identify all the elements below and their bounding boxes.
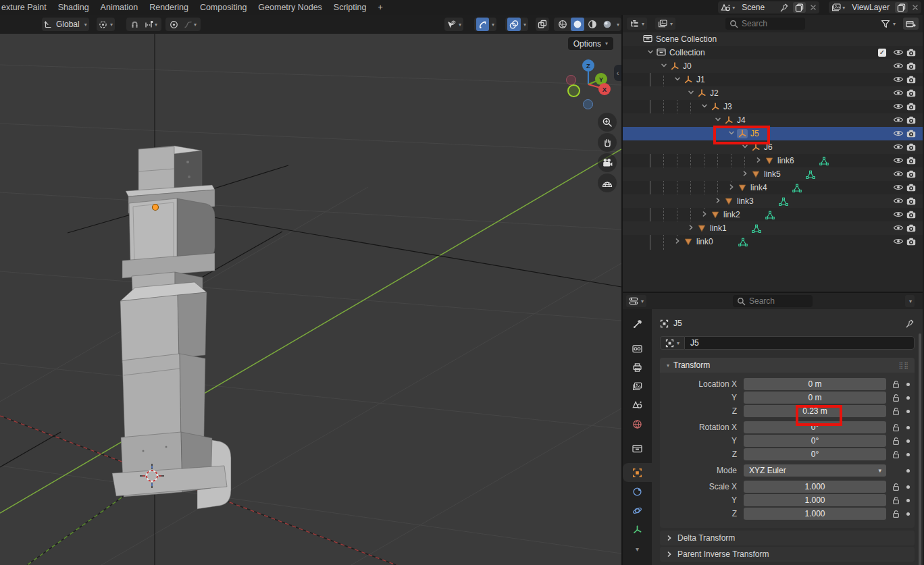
collection-checkbox[interactable]: ✓ bbox=[878, 49, 886, 57]
new-view-layer-button[interactable] bbox=[895, 2, 908, 13]
filter-dropdown[interactable]: ▾ bbox=[878, 18, 898, 30]
outliner-row-link1[interactable]: link1 bbox=[623, 221, 923, 235]
eye-icon[interactable] bbox=[893, 62, 904, 70]
animate-decorator[interactable] bbox=[904, 426, 912, 429]
shading-material-button[interactable] bbox=[586, 18, 599, 31]
eye-icon[interactable] bbox=[893, 49, 904, 56]
xray-toggle[interactable] bbox=[536, 18, 549, 31]
outliner-row-j1[interactable]: J1 bbox=[623, 73, 923, 86]
chevron-down-icon[interactable] bbox=[700, 103, 709, 109]
view-layer-selector[interactable]: ▾ ViewLayer bbox=[829, 1, 921, 14]
viewport-canvas[interactable]: Options ▾ ‹ Z Y X bbox=[0, 34, 621, 565]
lock-open-icon[interactable] bbox=[891, 423, 900, 432]
chevron-right-icon[interactable] bbox=[714, 197, 722, 204]
properties-tab-output[interactable] bbox=[623, 358, 652, 377]
gizmo-x-axis[interactable]: X bbox=[598, 83, 611, 95]
eye-icon[interactable] bbox=[893, 224, 904, 232]
outliner-row-j4[interactable]: J4 bbox=[623, 113, 923, 127]
value-field[interactable]: 0° bbox=[744, 435, 886, 447]
camera-icon[interactable] bbox=[906, 211, 916, 219]
drag-handle-icon[interactable]: ⣿⣿ bbox=[899, 362, 909, 369]
eye-icon[interactable] bbox=[893, 157, 904, 164]
properties-tab-world[interactable] bbox=[623, 414, 652, 433]
camera-icon[interactable] bbox=[906, 157, 916, 165]
eye-icon[interactable] bbox=[893, 76, 904, 83]
animate-decorator[interactable] bbox=[904, 383, 912, 386]
outliner-row-collection[interactable]: Collection✓ bbox=[623, 46, 923, 59]
close-icon[interactable] bbox=[810, 4, 817, 11]
snap-toggle[interactable] bbox=[128, 18, 141, 31]
animate-decorator[interactable] bbox=[904, 410, 912, 413]
outliner-row-j5[interactable]: J5 bbox=[623, 127, 923, 140]
shading-solid-button[interactable] bbox=[571, 18, 584, 31]
new-scene-button[interactable] bbox=[793, 2, 806, 13]
chevron-down-icon[interactable] bbox=[660, 62, 668, 69]
workspace-tab-scripting[interactable]: Scripting bbox=[334, 3, 367, 12]
gizmo-z-axis[interactable]: Z bbox=[582, 59, 594, 72]
camera-icon[interactable] bbox=[906, 184, 916, 192]
object-name-field[interactable]: J5 bbox=[684, 336, 915, 350]
lock-open-icon[interactable] bbox=[891, 380, 900, 389]
properties-tab-physics[interactable] bbox=[623, 501, 652, 520]
scene-selector[interactable]: ▾ Scene bbox=[718, 1, 819, 14]
eye-icon[interactable] bbox=[893, 197, 904, 205]
eye-icon[interactable] bbox=[893, 238, 904, 245]
lock-open-icon[interactable] bbox=[891, 407, 900, 416]
animate-decorator[interactable] bbox=[904, 512, 912, 516]
eye-icon[interactable] bbox=[893, 211, 904, 218]
rotation-mode-dropdown[interactable]: XYZ Euler▾ bbox=[744, 464, 886, 477]
chevron-down-icon[interactable] bbox=[646, 49, 654, 55]
eye-icon[interactable] bbox=[893, 103, 904, 110]
workspace-tab-geometry-nodes[interactable]: Geometry Nodes bbox=[258, 3, 322, 12]
chevron-down-icon[interactable] bbox=[673, 76, 682, 82]
chevron-right-icon[interactable] bbox=[754, 157, 763, 163]
shading-wireframe-button[interactable] bbox=[556, 18, 569, 31]
camera-icon[interactable] bbox=[906, 89, 916, 97]
properties-tab-object-data[interactable] bbox=[623, 520, 652, 539]
animate-decorator[interactable] bbox=[904, 439, 912, 443]
properties-search-input[interactable]: Search bbox=[733, 295, 813, 307]
camera-view-button[interactable] bbox=[598, 153, 617, 172]
camera-icon[interactable] bbox=[906, 224, 916, 232]
pin-icon[interactable] bbox=[905, 319, 915, 328]
value-field[interactable]: 1.000 bbox=[744, 508, 886, 520]
lock-open-icon[interactable] bbox=[891, 450, 900, 459]
selected-object-origin-dot[interactable] bbox=[153, 205, 159, 211]
zoom-button[interactable] bbox=[598, 113, 617, 132]
chevron-right-icon[interactable] bbox=[687, 224, 695, 231]
properties-tab-collection[interactable] bbox=[623, 439, 652, 458]
lock-open-icon[interactable] bbox=[891, 394, 900, 402]
object-id-dropdown[interactable]: ▾ bbox=[660, 336, 684, 350]
camera-icon[interactable] bbox=[906, 130, 916, 138]
animate-decorator[interactable] bbox=[904, 499, 912, 502]
properties-tab-scene[interactable] bbox=[623, 396, 652, 414]
properties-tab-tool[interactable] bbox=[623, 315, 652, 333]
camera-icon[interactable] bbox=[906, 170, 916, 178]
lock-open-icon[interactable] bbox=[891, 483, 900, 491]
scene-name[interactable]: Scene bbox=[738, 3, 777, 12]
properties-options-dropdown[interactable]: ▾ bbox=[905, 295, 915, 307]
value-field[interactable]: 0 m bbox=[744, 378, 886, 390]
navigation-gizmo[interactable]: Z Y X bbox=[554, 57, 621, 115]
outliner-row-link3[interactable]: link3 bbox=[623, 194, 923, 208]
animate-decorator[interactable] bbox=[904, 485, 912, 489]
editor-type-dropdown[interactable]: ▾ bbox=[626, 295, 646, 307]
animate-decorator[interactable] bbox=[904, 396, 912, 400]
outliner-row-j2[interactable]: J2 bbox=[623, 86, 923, 100]
panel-delta-transform[interactable]: Delta Transform bbox=[660, 531, 915, 545]
eye-icon[interactable] bbox=[893, 184, 904, 191]
outliner-row-link5[interactable]: link5 bbox=[623, 167, 923, 181]
outliner-row-link0[interactable]: link0 bbox=[623, 235, 923, 248]
show-gizmos-toggle[interactable] bbox=[476, 18, 489, 31]
transform-orientation-dropdown[interactable]: Global ▾ bbox=[42, 18, 89, 31]
gizmo-neg-z-axis[interactable] bbox=[583, 99, 593, 109]
properties-tab-view-layer[interactable] bbox=[623, 377, 652, 396]
ortho-toggle-button[interactable] bbox=[598, 173, 617, 192]
value-field[interactable]: 0° bbox=[744, 448, 886, 460]
panel-parent-inverse-transform[interactable]: Parent Inverse Transform bbox=[660, 547, 915, 562]
outliner-row-link2[interactable]: link2 bbox=[623, 208, 923, 221]
overlays-toggle[interactable] bbox=[507, 18, 521, 31]
camera-icon[interactable] bbox=[906, 197, 916, 205]
camera-icon[interactable] bbox=[906, 103, 916, 111]
value-field[interactable]: 0 m bbox=[744, 392, 886, 404]
